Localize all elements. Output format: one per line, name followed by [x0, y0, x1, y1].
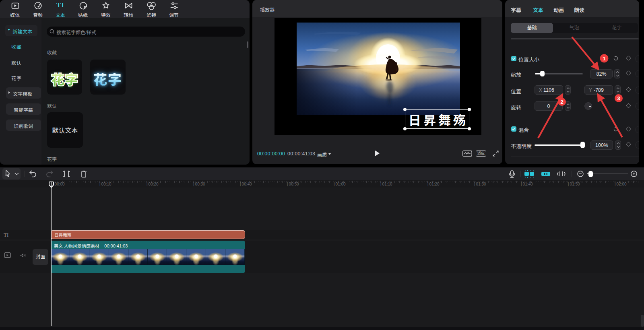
svg-text:3: 3	[617, 95, 620, 101]
svg-text:2: 2	[560, 99, 563, 105]
svg-text:1: 1	[603, 56, 605, 62]
